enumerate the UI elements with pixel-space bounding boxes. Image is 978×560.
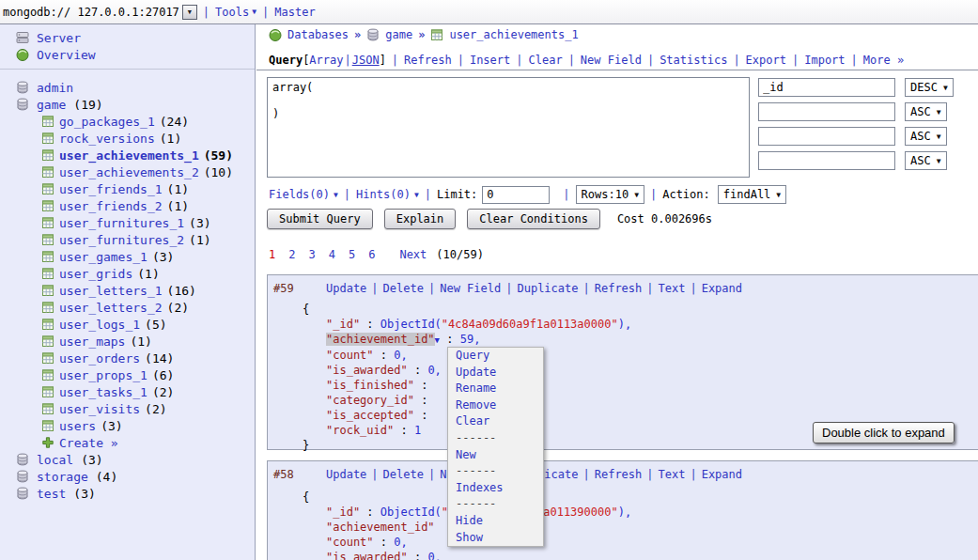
database-link[interactable]: storage	[37, 470, 88, 484]
collection-link[interactable]: user_furnitures_2	[59, 233, 184, 247]
page-link[interactable]: 6	[368, 248, 375, 261]
new-field-link[interactable]: New Field	[440, 282, 501, 295]
sidebar-collection-user-grids[interactable]: user_grids (1)	[0, 265, 255, 282]
query-textarea[interactable]	[267, 77, 750, 178]
collection-link[interactable]: user_furnitures_1	[59, 216, 184, 230]
page-link[interactable]: 3	[308, 248, 315, 261]
collection-link[interactable]: users	[59, 419, 96, 433]
menu-item-remove[interactable]: Remove	[448, 397, 543, 414]
collection-link[interactable]: user_maps	[59, 334, 125, 349]
limit-input[interactable]	[482, 186, 550, 204]
fields-dropdown[interactable]: Fields(0)	[269, 188, 330, 201]
hints-dropdown[interactable]: Hints(0)	[356, 188, 411, 201]
collection-link[interactable]: user_orders	[59, 351, 140, 366]
refresh-link[interactable]: Refresh	[404, 54, 452, 67]
collection-link[interactable]: user_achievements_2	[59, 165, 199, 179]
clear-conditions-button[interactable]: Clear Conditions	[467, 209, 600, 229]
server-link[interactable]: Server	[37, 31, 81, 45]
sidebar-item-overview[interactable]: Overview	[0, 46, 255, 63]
next-page-link[interactable]: Next	[399, 248, 427, 261]
sidebar-db-local[interactable]: local (3)	[0, 451, 255, 468]
collection-link[interactable]: user_visits	[59, 402, 140, 416]
insert-link[interactable]: Insert	[470, 54, 510, 67]
duplicate-link[interactable]: Duplicate	[517, 282, 578, 295]
collection-link[interactable]: user_logs_1	[59, 318, 140, 332]
connection-dropdown-button[interactable]: ▼	[182, 5, 197, 20]
page-link[interactable]: 4	[329, 248, 335, 261]
update-link[interactable]: Update	[326, 282, 366, 295]
sidebar-collection-rock-versions[interactable]: rock_versions (1)	[0, 130, 255, 147]
menu-item-new[interactable]: New	[448, 447, 543, 464]
sidebar-collection-user-props-1[interactable]: user_props_1 (6)	[0, 366, 255, 383]
sidebar-collection-user-furnitures-2[interactable]: user_furnitures_2 (1)	[0, 231, 255, 248]
tools-menu[interactable]: Tools	[215, 6, 249, 19]
sidebar-collection-user-friends-1[interactable]: user_friends_1 (1)	[0, 180, 255, 197]
sort-direction-select[interactable]: ASC▼	[905, 151, 947, 170]
menu-item-query[interactable]: Query	[448, 348, 543, 365]
sidebar-collection-user-logs-1[interactable]: user_logs_1 (5)	[0, 316, 255, 333]
breadcrumb-collection-link[interactable]: user_achievements_1	[449, 28, 578, 41]
sidebar-collection-user-visits[interactable]: user_visits (2)	[0, 400, 255, 417]
menu-item-hide[interactable]: Hide	[448, 513, 543, 530]
sidebar-collection-user-letters-1[interactable]: user_letters_1 (16)	[0, 282, 255, 299]
collection-link[interactable]: user_props_1	[59, 368, 147, 382]
sort-field-input[interactable]	[758, 127, 895, 146]
master-link[interactable]: Master	[274, 6, 315, 19]
refresh-link[interactable]: Refresh	[595, 468, 643, 481]
rows-select[interactable]: Rows:10▼	[576, 185, 644, 204]
update-link[interactable]: Update	[326, 468, 366, 481]
breadcrumb-db-link[interactable]: game	[385, 28, 412, 41]
sort-direction-select[interactable]: ASC▼	[905, 102, 947, 121]
delete-link[interactable]: Delete	[383, 282, 424, 295]
sidebar-collection-user-tasks-1[interactable]: user_tasks_1 (2)	[0, 383, 255, 400]
sidebar-collection-user-games-1[interactable]: user_games_1 (3)	[0, 248, 255, 265]
sidebar-db-test[interactable]: test (3)	[0, 485, 255, 502]
collection-link[interactable]: user_games_1	[59, 250, 147, 264]
collection-link[interactable]: user_grids	[59, 267, 132, 281]
sidebar-db-storage[interactable]: storage (4)	[0, 468, 255, 485]
sidebar-collection-user-achievements-2[interactable]: user_achievements_2 (10)	[0, 163, 255, 180]
import-link[interactable]: Import	[804, 54, 845, 67]
menu-item-rename[interactable]: Rename	[448, 381, 543, 397]
sidebar-collection-user-furnitures-1[interactable]: user_furnitures_1 (3)	[0, 214, 255, 231]
database-link[interactable]: game	[37, 98, 66, 112]
expand-link[interactable]: Expand	[702, 282, 742, 295]
sidebar-collection-user-achievements-1[interactable]: user_achievements_1 (59)	[0, 147, 255, 163]
sidebar-db-admin[interactable]: admin	[0, 79, 255, 96]
page-link[interactable]: 2	[288, 248, 295, 261]
new-field-link[interactable]: New Field	[581, 54, 642, 67]
database-link[interactable]: local	[37, 453, 73, 467]
overview-link[interactable]: Overview	[37, 48, 96, 62]
sidebar-db-game[interactable]: game (19)	[0, 96, 255, 113]
database-link[interactable]: test	[37, 487, 66, 501]
clear-link[interactable]: Clear	[529, 54, 563, 67]
sidebar-create-collection[interactable]: Create »	[0, 434, 255, 451]
sidebar-collection-user-orders[interactable]: user_orders (14)	[0, 350, 255, 366]
sort-direction-select[interactable]: ASC▼	[905, 127, 947, 146]
collection-link[interactable]: user_letters_2	[59, 301, 163, 315]
sort-field-input[interactable]	[758, 78, 895, 97]
menu-item-indexes[interactable]: Indexes	[448, 480, 543, 497]
text-link[interactable]: Text	[659, 282, 686, 295]
menu-item-clear[interactable]: Clear	[448, 413, 543, 430]
sort-direction-select[interactable]: DESC▼	[905, 78, 954, 97]
create-collection-link[interactable]: Create »	[59, 436, 118, 450]
expand-link[interactable]: Expand	[702, 468, 742, 481]
sort-field-input[interactable]	[758, 102, 895, 121]
chevron-down-icon[interactable]: ▼	[414, 191, 419, 199]
collection-link[interactable]: user_achievements_1	[59, 148, 199, 163]
breadcrumb-databases-link[interactable]: Databases	[287, 28, 349, 41]
collection-link[interactable]: user_letters_1	[59, 284, 163, 298]
sidebar-collection-users[interactable]: users (3)	[0, 417, 255, 434]
sidebar-item-server[interactable]: Server	[0, 29, 255, 46]
menu-item-update[interactable]: Update	[448, 365, 543, 381]
array-mode-link[interactable]: Array	[309, 54, 343, 67]
menu-item-show[interactable]: Show	[448, 530, 543, 547]
statistics-link[interactable]: Statistics	[660, 54, 727, 67]
selected-field-achievement-id[interactable]: "achievement_id"	[326, 333, 435, 346]
json-mode-link[interactable]: JSON	[352, 54, 380, 67]
sidebar-collection-go-packages-1[interactable]: go_packages_1 (24)	[0, 113, 255, 130]
chevron-down-icon[interactable]: ▼	[334, 191, 338, 199]
chevron-down-icon[interactable]: ▼	[252, 8, 256, 16]
text-link[interactable]: Text	[659, 468, 686, 481]
